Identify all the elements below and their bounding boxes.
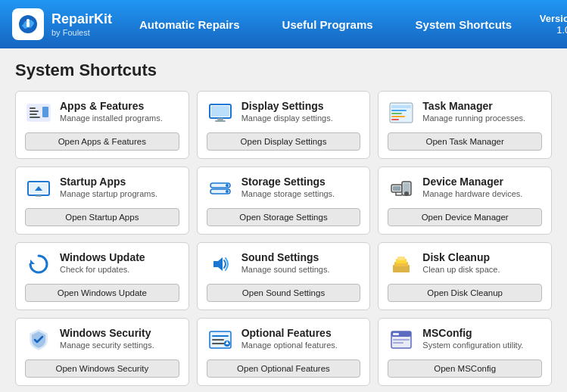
card-windows-update-desc: Check for updates. [60,264,145,275]
svg-rect-4 [30,107,36,109]
card-sound-settings-btn[interactable]: Open Sound Settings [207,284,361,302]
svg-rect-15 [391,110,407,111]
app-sub: by Foulest [51,28,112,37]
svg-rect-5 [30,110,39,112]
card-apps-features: Apps & Features Manage installed program… [15,91,189,159]
card-device-manager-btn[interactable]: Open Device Manager [388,208,542,226]
apps-features-icon [25,99,52,126]
card-msconfig: MSConfig System configuration utility. O… [378,318,552,386]
card-task-manager-desc: Manage running processes. [422,113,525,123]
main-nav: Automatic Repairs Useful Programs System… [133,15,518,34]
card-msconfig-title: MSConfig [422,326,523,340]
svg-rect-39 [212,335,229,337]
card-msconfig-desc: System configuration utility. [422,340,523,350]
svg-rect-8 [42,107,48,117]
disk-cleanup-icon [388,250,415,278]
svg-point-25 [226,184,229,187]
shortcuts-grid: Apps & Features Manage installed program… [15,91,552,386]
card-sound-settings: Sound Settings Manage sound settings. Op… [197,242,371,310]
svg-rect-44 [226,343,229,344]
page-title: System Shortcuts [15,61,552,80]
main-content: System Shortcuts Apps & Features Manage … [0,48,567,392]
svg-rect-48 [393,339,410,341]
svg-rect-47 [393,333,399,335]
svg-marker-32 [30,260,35,264]
card-top: Windows Update Check for updates. [25,250,179,278]
display-settings-icon [207,99,234,126]
card-windows-update: Windows Update Check for updates. Open W… [15,242,189,310]
svg-rect-6 [30,114,37,115]
card-top: Optional Features Manage optional featur… [207,326,361,353]
card-top: Task Manager Manage running processes. [388,99,542,126]
svg-rect-17 [391,116,405,117]
svg-rect-10 [211,106,229,117]
card-windows-security-title: Windows Security [60,326,154,340]
card-apps-features-title: Apps & Features [60,99,163,113]
svg-rect-7 [30,117,40,118]
card-top: Sound Settings Manage sound settings. [207,250,361,278]
card-display-settings: Display Settings Manage display settings… [197,91,371,159]
startup-apps-icon [25,175,52,202]
card-display-settings-title: Display Settings [241,99,333,113]
logo-text: RepairKit by Foulest [51,11,112,37]
card-disk-cleanup-desc: Clean up disk space. [422,264,500,275]
card-startup-apps-btn[interactable]: Open Startup Apps [25,208,179,226]
card-apps-features-btn[interactable]: Open Apps & Features [25,132,179,151]
card-task-manager: Task Manager Manage running processes. O… [378,91,552,159]
svg-rect-22 [36,195,42,197]
svg-rect-16 [391,113,402,114]
card-top: Disk Cleanup Clean up disk space. [388,250,542,278]
svg-rect-37 [397,257,405,260]
card-device-manager-desc: Manage hardware devices. [422,188,522,199]
nav-system-shortcuts[interactable]: System Shortcuts [410,15,519,34]
card-msconfig-btn[interactable]: Open MSConfig [388,359,542,378]
card-top: Apps & Features Manage installed program… [25,99,179,126]
card-top: Startup Apps Manage startup programs. [25,175,179,202]
card-storage-settings: Storage Settings Manage storage settings… [197,166,371,235]
sound-settings-icon [207,250,234,278]
card-storage-settings-btn[interactable]: Open Storage Settings [207,208,361,226]
svg-point-26 [226,190,229,193]
card-optional-features: Optional Features Manage optional featur… [197,318,371,386]
card-windows-update-title: Windows Update [60,250,145,264]
nav-automatic-repairs[interactable]: Automatic Repairs [133,15,246,34]
card-device-manager: Device Manager Manage hardware devices. … [378,166,552,235]
app-name: RepairKit [51,11,112,28]
app-logo-icon [12,8,44,40]
card-windows-security-btn[interactable]: Open Windows Security [25,359,179,378]
card-disk-cleanup-btn[interactable]: Open Disk Cleanup [388,284,542,302]
card-display-settings-btn[interactable]: Open Display Settings [207,132,361,151]
version-number: 1.0.0 [518,24,567,36]
device-manager-icon [388,175,415,202]
card-task-manager-btn[interactable]: Open Task Manager [388,132,542,151]
optional-features-icon [207,326,234,353]
svg-rect-40 [212,339,224,341]
card-startup-apps-title: Startup Apps [60,175,157,188]
nav-useful-programs[interactable]: Useful Programs [276,15,379,34]
card-top: Display Settings Manage display settings… [207,99,361,126]
card-storage-settings-desc: Manage storage settings. [241,188,335,199]
card-windows-security-desc: Manage security settings. [60,340,154,350]
card-startup-apps-desc: Manage startup programs. [60,188,157,199]
svg-rect-11 [217,118,223,120]
svg-rect-49 [393,342,403,344]
card-startup-apps: Startup Apps Manage startup programs. Op… [15,166,189,235]
windows-security-icon [25,326,52,353]
card-top: Device Manager Manage hardware devices. [388,175,542,202]
svg-point-31 [404,191,409,196]
msconfig-icon [388,326,415,353]
logo-area: RepairKit by Foulest [12,8,133,40]
card-top: Storage Settings Manage storage settings… [207,175,361,202]
card-storage-settings-title: Storage Settings [241,175,335,188]
card-windows-update-btn[interactable]: Open Windows Update [25,284,179,302]
card-apps-features-desc: Manage installed programs. [60,113,163,123]
svg-rect-29 [393,186,400,191]
card-optional-features-btn[interactable]: Open Optional Features [207,359,361,378]
card-task-manager-title: Task Manager [422,99,525,113]
svg-rect-14 [391,105,411,108]
card-device-manager-title: Device Manager [422,175,522,188]
card-sound-settings-title: Sound Settings [241,250,330,264]
version-area: Version: 1.0.0 [518,13,567,36]
card-disk-cleanup: Disk Cleanup Clean up disk space. Open D… [378,242,552,310]
svg-marker-33 [213,257,223,271]
